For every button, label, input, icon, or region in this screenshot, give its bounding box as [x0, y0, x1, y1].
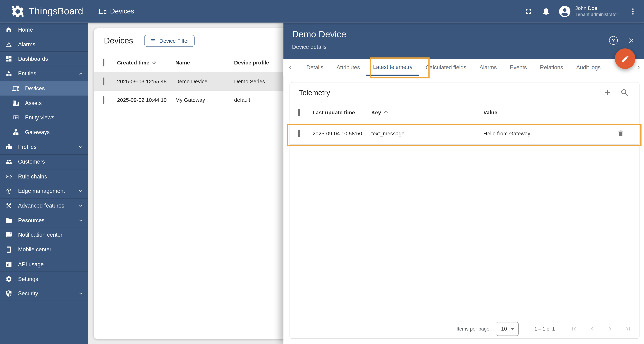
close-icon[interactable] — [628, 37, 635, 44]
tab-alarms[interactable]: Alarms — [473, 59, 503, 76]
drawer-body: Telemetry Last update time Key Value — [290, 82, 640, 339]
sidebar-item-customers[interactable]: Customers — [0, 155, 88, 170]
user-menu[interactable]: John Doe Tenant administrator — [575, 5, 618, 17]
sidebar-item-gateways[interactable]: Gateways — [0, 125, 88, 140]
sidebar-item-security[interactable]: Security — [0, 286, 88, 301]
lan-icon — [12, 129, 20, 136]
tabs-scroll-right-icon[interactable] — [635, 64, 642, 71]
fullscreen-button[interactable] — [524, 7, 532, 16]
next-page-icon[interactable] — [606, 325, 614, 332]
sidebar-item-settings[interactable]: Settings — [0, 272, 88, 287]
home-icon — [6, 26, 12, 33]
thingsboard-logo-icon — [10, 4, 25, 19]
chevron-up-icon — [78, 71, 84, 77]
devices-panel-title: Devices — [104, 36, 133, 45]
chevron-down-icon — [78, 291, 84, 297]
column-value[interactable]: Value — [484, 109, 617, 115]
settings-ethernet-icon — [6, 173, 12, 180]
brand[interactable]: ThingsBoard — [0, 4, 88, 19]
notifications-bell-icon[interactable] — [542, 7, 550, 16]
sidebar-item-notification-center[interactable]: Notification center — [0, 228, 88, 243]
sidebar-item-assets[interactable]: Assets — [0, 96, 88, 110]
pencil-icon — [621, 54, 630, 63]
chevron-down-icon — [78, 203, 84, 209]
sidebar-item-resources[interactable]: Resources — [0, 213, 88, 228]
row-checkbox[interactable] — [103, 96, 104, 103]
column-key[interactable]: Key — [371, 109, 484, 115]
column-name[interactable]: Name — [175, 59, 234, 65]
badge-icon — [6, 144, 12, 151]
sort-asc-icon — [383, 110, 388, 115]
page-range: 1 – 1 of 1 — [534, 326, 555, 332]
brand-name: ThingsBoard — [29, 6, 83, 17]
smartphone-icon — [6, 246, 12, 253]
sidebar-item-entity-views[interactable]: Entity views — [0, 110, 88, 125]
telemetry-table-header: Last update time Key Value — [290, 103, 639, 122]
question-mark-glyph: ? — [612, 37, 615, 43]
people-icon — [6, 158, 12, 165]
help-button[interactable]: ? — [609, 36, 618, 45]
warning-icon — [6, 41, 12, 48]
pagination-bar: Items per page: 10 1 – 1 of 1 — [290, 319, 639, 339]
tab-attributes[interactable]: Attributes — [330, 59, 366, 76]
view-quilt-icon — [12, 114, 20, 121]
sidebar-item-dashboards[interactable]: Dashboards — [0, 52, 88, 67]
last-page-icon[interactable] — [625, 325, 632, 332]
tab-calculated-fields[interactable]: Calculated fields — [419, 59, 473, 76]
sidebar-item-advanced-features[interactable]: Advanced features — [0, 198, 88, 213]
sidebar-item-profiles[interactable]: Profiles — [0, 140, 88, 155]
first-page-icon[interactable] — [570, 325, 578, 332]
sidebar-item-rule-chains[interactable]: Rule chains — [0, 169, 88, 184]
tabs-scroll-left-icon[interactable] — [287, 64, 293, 71]
tab-details[interactable]: Details — [300, 59, 330, 76]
tabs: Details Attributes Latest telemetry Calc… — [300, 59, 607, 76]
search-icon[interactable] — [620, 88, 629, 97]
tab-audit-logs[interactable]: Audit logs — [570, 59, 607, 76]
previous-page-icon[interactable] — [589, 325, 596, 332]
add-telemetry-button[interactable] — [603, 88, 612, 97]
notification-message-icon — [6, 231, 12, 238]
edit-fab[interactable] — [615, 48, 635, 69]
telemetry-row-text-message[interactable]: 2025-09-04 10:58:50 text_message Hello f… — [290, 122, 639, 145]
sidebar-item-mobile-center[interactable]: Mobile center — [0, 243, 88, 257]
sidebar-item-home[interactable]: Home — [0, 23, 88, 37]
row-checkbox[interactable] — [103, 77, 104, 85]
devices-icon — [12, 85, 20, 92]
filter-icon — [150, 37, 156, 44]
sidebar-item-devices[interactable]: Devices — [0, 81, 88, 96]
sidebar-item-api-usage[interactable]: API usage — [0, 257, 88, 272]
dashboard-icon — [6, 55, 12, 62]
breadcrumb: Devices — [98, 7, 134, 15]
pager-controls — [570, 325, 632, 332]
page-size-select[interactable]: 10 — [496, 322, 519, 336]
select-all-checkbox[interactable] — [103, 58, 104, 66]
gear-icon — [6, 275, 12, 282]
tab-relations[interactable]: Relations — [534, 59, 570, 76]
delete-icon[interactable] — [617, 130, 624, 137]
avatar[interactable] — [558, 5, 571, 17]
chevron-down-icon — [78, 188, 84, 194]
more-vert-icon[interactable] — [629, 7, 637, 15]
tools-icon — [6, 202, 12, 209]
sidebar: Home Alarms Dashboards Entities Devices … — [0, 23, 88, 344]
column-created-time[interactable]: Created time — [117, 59, 175, 65]
sidebar-item-edge-management[interactable]: Edge management — [0, 184, 88, 199]
shield-icon — [6, 290, 12, 297]
sidebar-item-entities[interactable]: Entities — [0, 66, 88, 81]
category-icon — [6, 70, 12, 77]
drawer-title: Demo Device — [292, 29, 346, 40]
telemetry-card: Telemetry Last update time Key Value — [290, 82, 640, 339]
tab-latest-telemetry[interactable]: Latest telemetry — [366, 59, 419, 76]
page-title: Devices — [110, 7, 134, 15]
thingsboard-app: ThingsBoard Devices John Doe Tenant admi… — [0, 0, 644, 344]
device-filter-button[interactable]: Device Filter — [144, 35, 195, 46]
select-all-checkbox[interactable] — [298, 108, 300, 116]
tab-events[interactable]: Events — [503, 59, 533, 76]
chart-icon — [6, 261, 12, 268]
sidebar-item-alarms[interactable]: Alarms — [0, 37, 88, 52]
row-checkbox[interactable] — [298, 130, 300, 137]
topbar-actions: John Doe Tenant administrator — [524, 5, 644, 17]
column-last-update-time[interactable]: Last update time — [312, 109, 371, 115]
chevron-down-icon — [78, 144, 84, 150]
antenna-icon — [6, 188, 12, 195]
